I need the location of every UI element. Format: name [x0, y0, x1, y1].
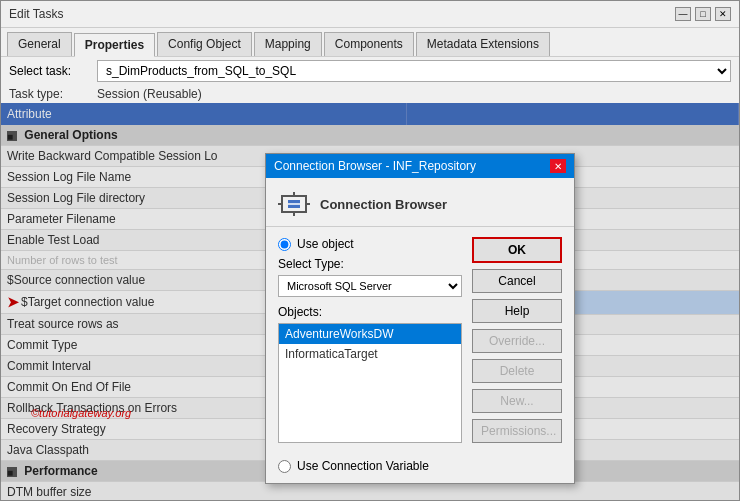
connection-browser-icon: [278, 188, 310, 220]
use-object-radio-row: Use object: [278, 237, 462, 251]
new-button[interactable]: New...: [472, 389, 562, 413]
dialog-title-bar: Connection Browser - INF_Repository ✕: [266, 154, 574, 178]
use-object-radio[interactable]: [278, 238, 291, 251]
task-type-label: Task type:: [9, 87, 89, 101]
task-select-wrap: s_DimProducts_from_SQL_to_SQL: [97, 60, 731, 82]
dialog-header: Connection Browser: [266, 178, 574, 227]
use-connection-radio[interactable]: [278, 460, 291, 473]
type-row: Task type: Session (Reusable): [1, 85, 739, 103]
content-area: Attribute ■ General Options Write Backwa…: [1, 103, 739, 500]
list-item[interactable]: InformaticaTarget: [279, 344, 461, 364]
minimize-button[interactable]: —: [675, 7, 691, 21]
help-button[interactable]: Help: [472, 299, 562, 323]
tab-general[interactable]: General: [7, 32, 72, 56]
dialog-left-panel: Use object Select Type: Microsoft SQL Se…: [278, 237, 462, 443]
task-type-value: Session (Reusable): [97, 87, 202, 101]
use-object-label: Use object: [297, 237, 354, 251]
select-type-label: Select Type:: [278, 257, 462, 271]
ok-button[interactable]: OK: [472, 237, 562, 263]
list-item[interactable]: AdventureWorksDW: [279, 324, 461, 344]
dialog-header-text: Connection Browser: [320, 197, 447, 212]
title-controls: — □ ✕: [675, 7, 731, 21]
task-row: Select task: s_DimProducts_from_SQL_to_S…: [1, 57, 739, 85]
tab-mapping[interactable]: Mapping: [254, 32, 322, 56]
dialog-body: Use object Select Type: Microsoft SQL Se…: [266, 227, 574, 453]
tab-properties[interactable]: Properties: [74, 33, 155, 57]
main-window: Edit Tasks — □ ✕ General Properties Conf…: [0, 0, 740, 501]
tab-metadata-extensions[interactable]: Metadata Extensions: [416, 32, 550, 56]
use-connection-label: Use Connection Variable: [297, 459, 429, 473]
modal-overlay: Connection Browser - INF_Repository ✕: [1, 103, 739, 500]
dialog-right-panel: OK Cancel Help Override... Delete New...…: [472, 237, 562, 443]
maximize-button[interactable]: □: [695, 7, 711, 21]
override-button[interactable]: Override...: [472, 329, 562, 353]
objects-list[interactable]: AdventureWorksDW InformaticaTarget: [278, 323, 462, 443]
connection-browser-dialog: Connection Browser - INF_Repository ✕: [265, 153, 575, 484]
cancel-button[interactable]: Cancel: [472, 269, 562, 293]
select-task-label: Select task:: [9, 64, 89, 78]
dialog-title: Connection Browser - INF_Repository: [274, 159, 476, 173]
delete-button[interactable]: Delete: [472, 359, 562, 383]
tab-config-object[interactable]: Config Object: [157, 32, 252, 56]
task-select[interactable]: s_DimProducts_from_SQL_to_SQL: [97, 60, 731, 82]
select-type-dropdown[interactable]: Microsoft SQL Server: [278, 275, 462, 297]
tab-components[interactable]: Components: [324, 32, 414, 56]
window-title: Edit Tasks: [9, 7, 63, 21]
close-button[interactable]: ✕: [715, 7, 731, 21]
title-bar: Edit Tasks — □ ✕: [1, 1, 739, 28]
use-connection-row: Use Connection Variable: [266, 453, 574, 483]
objects-label: Objects:: [278, 305, 462, 319]
permissions-button[interactable]: Permissions...: [472, 419, 562, 443]
dialog-close-button[interactable]: ✕: [550, 159, 566, 173]
tab-bar: General Properties Config Object Mapping…: [1, 28, 739, 57]
